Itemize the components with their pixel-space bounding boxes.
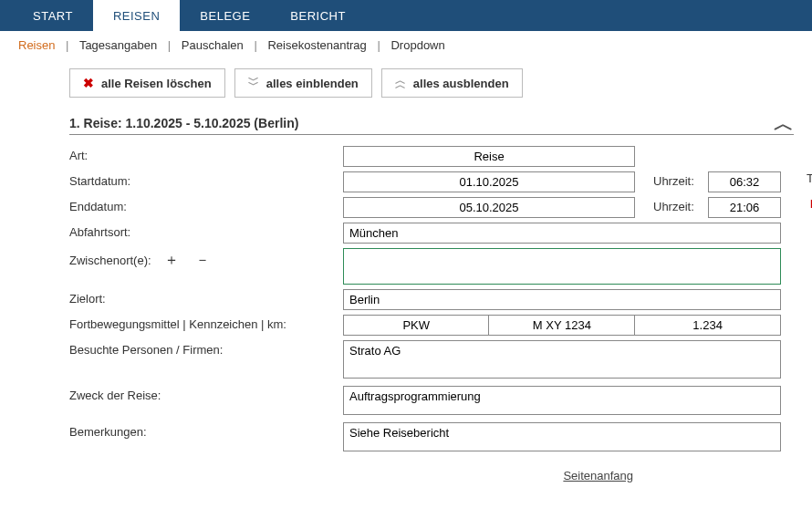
separator: | [168, 38, 171, 52]
collapse-trip-button[interactable]: ︿ [774, 119, 794, 129]
label-zwischenorte: Zwischenort(e): ＋ － [69, 248, 343, 270]
link-tagesangaben[interactable]: Tagesangaben ➔ [807, 171, 812, 185]
remove-zwischenort-button[interactable]: － [192, 251, 213, 270]
top-nav: START REISEN BELEGE BERICHT [0, 0, 812, 31]
subnav-tagesangaben[interactable]: Tagesangaben [79, 38, 157, 52]
add-zwischenort-button[interactable]: ＋ [161, 251, 182, 270]
subnav-reisekostenantrag[interactable]: Reisekostenantrag [267, 38, 366, 52]
actions-row: ✖ alle Reisen löschen ﹀﹀ alles einblende… [0, 59, 812, 107]
label-zweck: Zweck der Reise: [69, 386, 343, 402]
chevrons-down-icon: ﹀﹀ [248, 78, 259, 88]
tab-bericht[interactable]: BERICHT [270, 0, 366, 31]
separator: | [254, 38, 256, 52]
label-fortbewegung: Fortbewegungsmittel | Kennzeichen | km: [69, 315, 343, 331]
label-zielort: Zielort: [69, 289, 343, 306]
label-startdatum: Startdatum: [69, 171, 343, 188]
footer-top-link[interactable]: Seitenanfang [0, 463, 812, 492]
label-bemerkungen: Bemerkungen: [69, 422, 343, 439]
tab-belege[interactable]: BELEGE [180, 0, 270, 31]
input-zwischenorte-wrap [343, 248, 781, 285]
link-delete-trip[interactable]: Reise löschen ✖ [807, 197, 812, 211]
chevron-up-icon: ︿ [774, 112, 794, 135]
label-besuchte: Besuchte Personen / Firmen: [69, 340, 343, 357]
label-enddatum: Enddatum: [69, 197, 343, 213]
label-zwischenorte-text: Zwischenort(e): [69, 254, 151, 267]
x-icon: ✖ [83, 76, 94, 90]
collapse-all-button[interactable]: ︿︿ alles ausblenden [381, 68, 523, 98]
chevrons-up-icon: ︿︿ [395, 78, 406, 88]
tab-reisen[interactable]: REISEN [93, 0, 180, 31]
trip-title: 1. Reise: 1.10.2025 - 5.10.2025 (Berlin) [69, 116, 298, 130]
input-km[interactable] [635, 315, 781, 336]
subnav-pauschalen[interactable]: Pauschalen [182, 38, 244, 52]
sub-nav: Reisen | Tagesangaben | Pauschalen | Rei… [0, 31, 812, 59]
label-abfahrtsort: Abfahrtsort: [69, 223, 343, 239]
input-zweck[interactable] [343, 386, 781, 415]
subnav-reisen[interactable]: Reisen [18, 38, 55, 52]
input-zwischenorte[interactable] [346, 251, 778, 282]
fortbewegung-row [343, 315, 781, 336]
input-abfahrtsort[interactable] [343, 223, 781, 244]
tab-start[interactable]: START [13, 0, 93, 31]
input-end-uhrzeit[interactable] [708, 197, 781, 218]
label-start-uhrzeit: Uhrzeit: [635, 171, 708, 188]
input-zielort[interactable] [343, 289, 781, 310]
separator: | [377, 38, 380, 52]
input-fortbewegungsmittel[interactable] [343, 315, 489, 336]
label-end-uhrzeit: Uhrzeit: [635, 197, 708, 213]
input-kennzeichen[interactable] [489, 315, 635, 336]
input-bemerkungen[interactable] [343, 422, 781, 451]
trip-form: Art: Startdatum: Uhrzeit: Tagesangaben ➔… [0, 135, 812, 463]
input-start-uhrzeit[interactable] [708, 171, 781, 192]
separator: | [66, 38, 68, 52]
input-enddatum[interactable] [343, 197, 635, 218]
expand-all-button[interactable]: ﹀﹀ alles einblenden [234, 68, 372, 98]
input-startdatum[interactable] [343, 171, 635, 192]
subnav-dropdown[interactable]: Dropdown [390, 38, 444, 52]
input-art[interactable] [343, 146, 635, 167]
expand-all-label: alles einblenden [266, 77, 359, 90]
link-tagesangaben-label: Tagesangaben [807, 171, 812, 185]
delete-all-label: alle Reisen löschen [101, 77, 212, 90]
input-besuchte[interactable] [343, 340, 781, 379]
collapse-all-label: alles ausblenden [413, 77, 509, 90]
trip-header: 1. Reise: 1.10.2025 - 5.10.2025 (Berlin)… [69, 116, 794, 135]
delete-all-button[interactable]: ✖ alle Reisen löschen [69, 68, 225, 98]
label-art: Art: [69, 146, 343, 162]
